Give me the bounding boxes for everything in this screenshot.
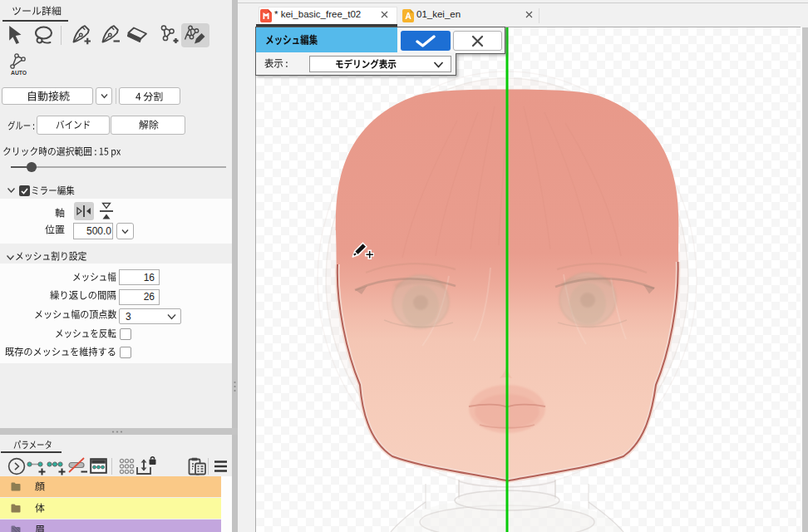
svg-text:AUTO: AUTO [11, 70, 27, 76]
